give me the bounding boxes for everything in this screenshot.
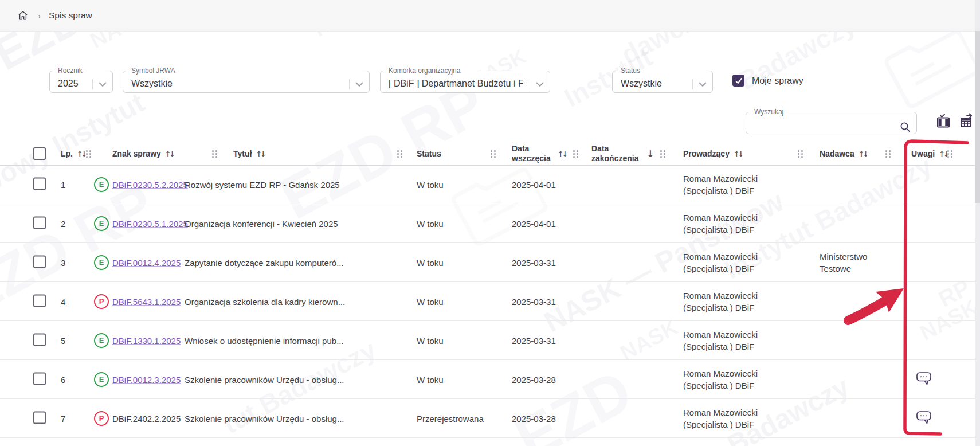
case-handler: Roman Mazowiecki(Specjalista ) DBiF xyxy=(683,251,758,275)
case-number-link[interactable]: DBiF.2402.2.2025 xyxy=(112,413,181,423)
case-type-badge: E xyxy=(94,216,109,231)
moje-sprawy-checkbox[interactable] xyxy=(732,75,744,87)
field-divider xyxy=(692,79,693,89)
start-date: 2025-03-28 xyxy=(512,413,556,423)
drag-handle[interactable] xyxy=(885,150,891,158)
komorka-select[interactable]: Komórka organizacyjna [ DBiF ] Departman… xyxy=(380,68,550,93)
field-divider xyxy=(530,79,530,89)
case-number-link[interactable]: DBiF.0230.5.1.2025 xyxy=(112,218,188,228)
case-number-link[interactable]: DBiF.0230.5.2.2025 xyxy=(112,179,188,189)
moje-sprawy-label: Moje sprawy xyxy=(752,76,803,86)
table-row: 1 E DBiF.0230.5.2.2025 Rozwój systemu EZ… xyxy=(0,165,980,204)
header-prowadzacy[interactable]: Prowadzący↑↓ xyxy=(683,142,742,165)
header-nadawca[interactable]: Nadawca↑↓ xyxy=(820,142,867,165)
case-number-link[interactable]: DBiF.0012.4.2025 xyxy=(112,257,181,267)
case-type-badge: E xyxy=(94,333,109,348)
sort-desc-icon[interactable]: ↓ xyxy=(646,142,654,165)
header-lp[interactable]: Lp.↑↓ xyxy=(61,142,85,165)
sort-icon[interactable]: ↑↓ xyxy=(77,150,85,158)
drag-handle[interactable] xyxy=(573,150,578,158)
field-divider xyxy=(349,79,350,89)
row-checkbox[interactable] xyxy=(33,255,46,269)
header-znak-sprawy[interactable]: Znak sprawy↑↓ xyxy=(112,142,174,165)
header-tytul[interactable]: Tytuł↑↓ xyxy=(233,142,264,165)
search-field[interactable]: Wyszukaj xyxy=(746,109,917,134)
sort-icon[interactable]: ↑↓ xyxy=(859,150,867,158)
row-number: 2 xyxy=(61,218,65,228)
start-date: 2025-04-01 xyxy=(512,218,556,228)
drag-handle[interactable] xyxy=(660,150,665,158)
case-title: Organizacja szkolenia dla kadry kierown.… xyxy=(185,296,345,306)
start-date: 2025-03-31 xyxy=(512,257,556,267)
drag-handle[interactable] xyxy=(947,150,952,158)
case-title: Szkolenie pracowników Urzędu - obsług... xyxy=(185,413,344,423)
row-number: 3 xyxy=(61,257,65,267)
case-status: W toku xyxy=(417,335,444,345)
row-number: 4 xyxy=(61,296,65,306)
chevron-down-icon[interactable] xyxy=(536,82,544,87)
case-status: Przerejestrowana xyxy=(417,413,484,423)
row-checkbox[interactable] xyxy=(33,411,46,425)
header-uwagi[interactable]: Uwagi↑↓ xyxy=(911,142,947,165)
drag-handle[interactable] xyxy=(86,150,91,158)
chevron-down-icon[interactable] xyxy=(99,82,107,87)
case-number-link[interactable]: DBiF.0012.3.2025 xyxy=(112,374,181,384)
start-date: 2025-03-31 xyxy=(512,335,556,345)
case-status: W toku xyxy=(417,296,444,306)
comment-icon[interactable] xyxy=(916,410,932,427)
sort-icon[interactable]: ↑↓ xyxy=(558,142,566,165)
vertical-scrollbar[interactable] xyxy=(975,0,980,446)
row-checkbox[interactable] xyxy=(33,177,46,191)
case-type-badge: E xyxy=(94,255,109,270)
case-number-link[interactable]: DBiF.1330.1.2025 xyxy=(112,335,181,345)
table-row: 7 P DBiF.2402.2.2025 Szkolenie pracownik… xyxy=(0,399,980,438)
drag-handle[interactable] xyxy=(798,150,803,158)
status-select[interactable]: Status Wszystkie xyxy=(612,68,713,93)
rocznik-value: 2025 xyxy=(58,79,79,89)
row-checkbox[interactable] xyxy=(33,372,46,386)
case-type-badge: E xyxy=(94,177,109,192)
chevron-down-icon[interactable] xyxy=(699,82,707,87)
case-type-badge: P xyxy=(94,411,109,426)
export-table-icon[interactable] xyxy=(958,112,975,130)
rocznik-label: Rocznik xyxy=(55,68,85,73)
symbol-jrwa-label: Symbol JRWA xyxy=(128,68,178,73)
table-row: 2 E DBiF.0230.5.1.2025 Organizacja konfe… xyxy=(0,204,980,243)
case-number-link[interactable]: DBiF.5643.1.2025 xyxy=(112,296,181,306)
row-checkbox[interactable] xyxy=(33,294,46,308)
start-date: 2025-03-31 xyxy=(512,296,556,306)
select-all-checkbox[interactable] xyxy=(33,142,46,165)
row-checkbox[interactable] xyxy=(33,216,46,230)
home-icon[interactable] xyxy=(17,10,29,21)
header-data-zakonczenia[interactable]: Data zakończenia xyxy=(591,142,644,165)
search-icon[interactable] xyxy=(900,122,911,132)
sort-icon[interactable]: ↑↓ xyxy=(256,150,264,158)
symbol-jrwa-select[interactable]: Symbol JRWA Wszystkie xyxy=(123,68,370,93)
drag-handle[interactable] xyxy=(212,150,217,158)
table-row: 3 E DBiF.0012.4.2025 Zapytanie dotyczące… xyxy=(0,243,980,282)
comment-icon[interactable] xyxy=(916,371,932,388)
scrollbar-thumb[interactable] xyxy=(975,31,980,203)
drag-handle[interactable] xyxy=(491,150,496,158)
status-label: Status xyxy=(618,68,643,73)
case-handler: Roman Mazowiecki(Specjalista ) DBiF xyxy=(683,212,758,236)
case-type-badge: E xyxy=(94,372,109,387)
search-label: Wyszukaj xyxy=(751,109,786,115)
case-status: W toku xyxy=(417,218,444,228)
row-checkbox[interactable] xyxy=(33,333,46,347)
sort-icon[interactable]: ↑↓ xyxy=(165,150,174,158)
header-data-wszczecia[interactable]: Data wszczęcia xyxy=(512,142,553,165)
table-header: Lp.↑↓ Znak sprawy↑↓ Tytuł↑↓ Status Data … xyxy=(0,142,980,166)
chevron-down-icon[interactable] xyxy=(355,82,363,87)
rocznik-select[interactable]: Rocznik 2025 xyxy=(49,68,113,93)
case-handler: Roman Mazowiecki(Specjalista ) DBiF xyxy=(683,406,758,431)
case-title: Organizacja konferencji - Kwiecień 2025 xyxy=(185,218,338,228)
row-number: 1 xyxy=(61,179,65,189)
sort-icon[interactable]: ↑↓ xyxy=(939,150,947,158)
header-status[interactable]: Status xyxy=(417,142,441,165)
drag-handle[interactable] xyxy=(397,150,402,158)
sort-icon[interactable]: ↑↓ xyxy=(734,150,742,158)
column-visibility-icon[interactable] xyxy=(935,112,952,130)
breadcrumb-separator: › xyxy=(38,11,41,21)
case-status: W toku xyxy=(417,179,444,189)
